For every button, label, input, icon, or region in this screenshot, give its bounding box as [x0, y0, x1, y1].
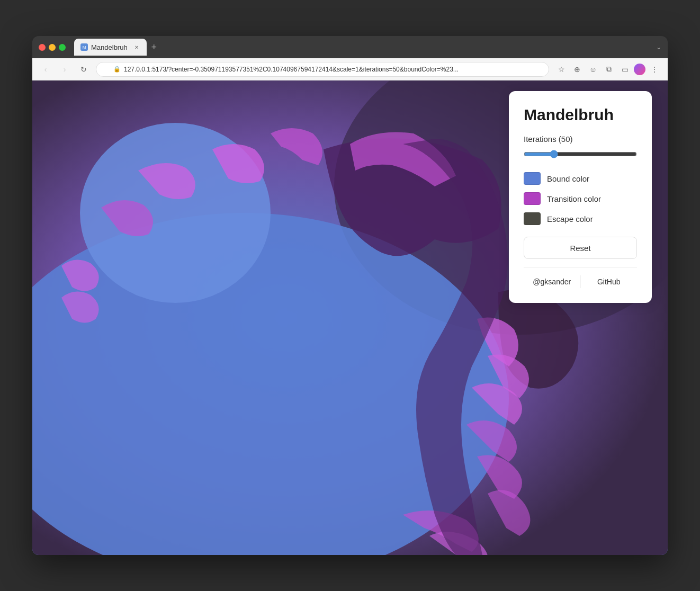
- transition-color-option[interactable]: Transition color: [524, 192, 637, 205]
- extensions-icon[interactable]: ⊕: [570, 62, 584, 76]
- tab-title: Mandelbruh: [91, 43, 128, 51]
- iterations-label: Iterations (50): [524, 135, 637, 144]
- new-tab-button[interactable]: +: [147, 40, 161, 55]
- minimize-button[interactable]: [49, 44, 56, 51]
- panel-footer: @gksander GitHub: [524, 267, 637, 288]
- github-link[interactable]: GitHub: [581, 275, 638, 288]
- forward-button[interactable]: ›: [58, 62, 71, 76]
- refresh-button[interactable]: ↻: [77, 62, 91, 76]
- sidebar-icon[interactable]: ▭: [618, 62, 632, 76]
- back-button[interactable]: ‹: [39, 62, 52, 76]
- tab-bar: M Mandelbruh ✕ + ⌄: [74, 39, 661, 56]
- iterations-slider[interactable]: [524, 150, 637, 158]
- tab-close-button[interactable]: ✕: [133, 43, 140, 51]
- address-bar: ‹ › ↻ 🔒 127.0.0.1:5173/?center=-0.350971…: [32, 58, 668, 80]
- puzzle-icon[interactable]: ⧉: [602, 62, 616, 76]
- panel-title: Mandelbruh: [524, 106, 637, 124]
- menu-icon[interactable]: ⋮: [648, 62, 661, 76]
- bound-color-option[interactable]: Bound color: [524, 172, 637, 185]
- color-options: Bound color Transition color Escape colo…: [524, 172, 637, 225]
- traffic-lights: [39, 44, 66, 51]
- escape-color-swatch[interactable]: [524, 212, 541, 225]
- maximize-button[interactable]: [59, 44, 66, 51]
- control-panel: Mandelbruh Iterations (50) Bound color T…: [509, 91, 652, 303]
- bound-color-swatch[interactable]: [524, 172, 541, 185]
- iterations-slider-container: [524, 150, 637, 160]
- tab-chevron-icon: ⌄: [656, 43, 661, 51]
- close-button[interactable]: [39, 44, 46, 51]
- bookmark-icon[interactable]: ☆: [554, 62, 568, 76]
- bound-color-label: Bound color: [547, 174, 589, 183]
- profile-icon[interactable]: ☺: [586, 62, 600, 76]
- escape-color-label: Escape color: [547, 214, 593, 223]
- avatar[interactable]: [634, 64, 645, 75]
- content-area: Mandelbruh Iterations (50) Bound color T…: [32, 80, 668, 555]
- address-input[interactable]: 🔒 127.0.0.1:5173/?center=-0.350971193577…: [96, 62, 549, 77]
- lock-icon: 🔒: [113, 66, 121, 73]
- browser-window: M Mandelbruh ✕ + ⌄ ‹ › ↻ 🔒 127.0.0.1:517…: [32, 36, 668, 555]
- tab-favicon: M: [80, 43, 88, 51]
- transition-color-swatch[interactable]: [524, 192, 541, 205]
- title-bar: M Mandelbruh ✕ + ⌄: [32, 36, 668, 58]
- reset-button[interactable]: Reset: [524, 237, 637, 259]
- gksander-link[interactable]: @gksander: [524, 275, 581, 288]
- active-tab[interactable]: M Mandelbruh ✕: [74, 39, 147, 56]
- escape-color-option[interactable]: Escape color: [524, 212, 637, 225]
- toolbar-icons: ☆ ⊕ ☺ ⧉ ▭ ⋮: [554, 62, 661, 76]
- transition-color-label: Transition color: [547, 194, 601, 203]
- url-text: 127.0.0.1:5173/?center=-0.35097119357735…: [124, 66, 459, 73]
